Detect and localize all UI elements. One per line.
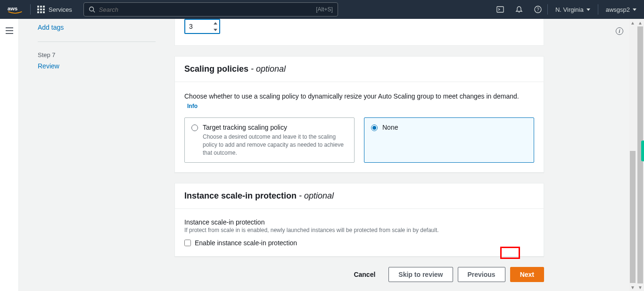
chevron-down-icon (586, 8, 590, 11)
scrollbar-inner[interactable]: ▲ ▼ (629, 19, 636, 291)
checkbox-label: Enable instance scale-in protection (195, 239, 297, 247)
main-content: 3 Scaling policies - optional Choose whe… (174, 19, 610, 291)
svg-line-2 (93, 11, 95, 13)
scaling-description: Choose whether to use a scaling policy t… (184, 92, 519, 100)
chevron-up-icon (214, 22, 217, 25)
svg-point-1 (90, 7, 94, 11)
right-gutter: i (610, 19, 629, 291)
radio-icon (371, 125, 378, 131)
nav-right: ? N. Virginia awsgsp2 (491, 0, 644, 19)
desired-capacity-input[interactable]: 3 (184, 19, 220, 34)
scalein-protection-panel: Instance scale-in protection - optional … (174, 183, 544, 257)
scaling-policies-panel: Scaling policies - optional Choose wheth… (174, 56, 544, 173)
scroll-down-icon[interactable]: ▼ (629, 283, 636, 291)
next-button[interactable]: Next (510, 267, 544, 282)
aws-logo[interactable]: aws (0, 5, 30, 14)
group-size-panel-tail: 3 (174, 19, 544, 46)
protection-field-label: Instance scale-in protection (184, 218, 534, 226)
spin-up-button[interactable] (211, 20, 219, 26)
search-icon (89, 6, 95, 13)
scroll-up-icon[interactable]: ▲ (629, 19, 636, 26)
previous-button[interactable]: Previous (458, 267, 505, 282)
desired-capacity-value: 3 (185, 23, 211, 30)
info-panel-toggle-icon[interactable]: i (616, 27, 623, 35)
skip-to-review-button[interactable]: Skip to review (388, 267, 453, 282)
number-spinner (211, 20, 219, 33)
body: Add tags Step 7 Review 3 Scaling policie… (0, 19, 644, 291)
option-target-title: Target tracking scaling policy (203, 124, 347, 131)
panel-header-scaling: Scaling policies - optional (175, 57, 544, 82)
option-none-title: None (382, 124, 398, 131)
region-label: N. Virginia (555, 6, 584, 13)
top-nav: aws Services [Alt+S] ? N. Virginia awsgs… (0, 0, 644, 19)
svg-point-4 (519, 12, 520, 13)
cancel-button[interactable]: Cancel (345, 267, 384, 282)
left-gutter (0, 19, 19, 291)
search-hint: [Alt+S] (316, 6, 333, 13)
feedback-tab[interactable] (641, 141, 644, 161)
option-target-desc: Choose a desired outcome and leave it to… (203, 133, 347, 157)
option-none[interactable]: None (364, 117, 534, 163)
help-icon[interactable]: ? (528, 6, 547, 13)
svg-text:aws: aws (8, 6, 17, 11)
search-input[interactable] (99, 6, 316, 13)
cloudshell-icon[interactable] (491, 6, 510, 13)
panel-header-protection: Instance scale-in protection - optional (175, 183, 544, 209)
sidebar-item-review[interactable]: Review (38, 61, 174, 71)
scaling-title: Scaling policies (184, 64, 248, 74)
services-button[interactable]: Services (31, 6, 79, 13)
optional-label: - optional (248, 64, 286, 74)
account-label: awsgsp2 (606, 6, 630, 13)
info-link[interactable]: Info (187, 103, 198, 109)
grid-icon (37, 6, 45, 13)
wizard-footer: Cancel Skip to review Previous Next (174, 267, 544, 282)
chevron-down-icon (633, 8, 636, 11)
spin-down-button[interactable] (211, 26, 219, 33)
checkbox-input[interactable] (184, 240, 191, 246)
protection-title: Instance scale-in protection (184, 191, 297, 200)
steps-sidebar: Add tags Step 7 Review (19, 19, 174, 291)
scroll-up-icon[interactable]: ▲ (636, 19, 644, 26)
scroll-down-icon[interactable]: ▼ (636, 283, 644, 291)
scrollbar-thumb[interactable] (630, 151, 636, 283)
protection-field-hint: If protect from scale in is enabled, new… (184, 227, 534, 233)
menu-toggle-icon[interactable] (6, 27, 13, 34)
services-label: Services (49, 6, 72, 13)
option-target-tracking[interactable]: Target tracking scaling policy Choose a … (184, 117, 355, 163)
account-menu[interactable]: awsgsp2 (598, 6, 644, 13)
notifications-icon[interactable] (510, 6, 528, 13)
optional-label: - optional (297, 191, 334, 200)
chevron-down-icon (214, 29, 217, 31)
step-divider (38, 42, 156, 42)
region-selector[interactable]: N. Virginia (548, 6, 598, 13)
scaling-options: Target tracking scaling policy Choose a … (184, 117, 534, 163)
sidebar-item-add-tags[interactable]: Add tags (38, 23, 174, 32)
radio-icon (191, 125, 198, 131)
step-number-label: Step 7 (38, 51, 174, 58)
enable-protection-checkbox[interactable]: Enable instance scale-in protection (184, 239, 534, 247)
search-input-wrap[interactable]: [Alt+S] (83, 2, 338, 17)
svg-text:?: ? (537, 7, 539, 12)
